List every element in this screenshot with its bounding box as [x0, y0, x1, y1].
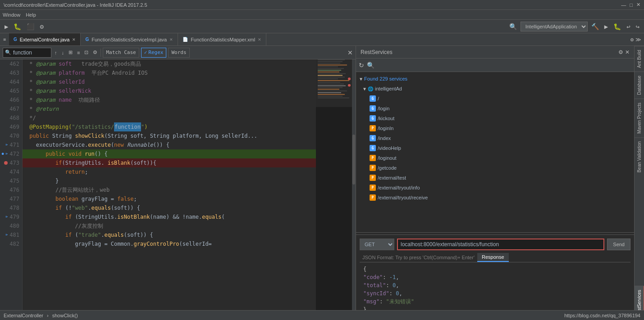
toolbar-settings-icon[interactable]: ⚙: [38, 22, 45, 31]
tab-label-3: FunctionStatisticsMapper.xml: [191, 37, 255, 42]
status-sep: ›: [47, 313, 49, 318]
tab-more-icon[interactable]: ≫: [635, 36, 641, 43]
line-num-466: 466: [3, 95, 19, 104]
code-line-480: //灰度控制: [23, 221, 316, 230]
line-num-477: 477: [3, 194, 19, 203]
line-num-467: 467: [3, 104, 19, 113]
service-item-login[interactable]: G /login: [356, 104, 634, 113]
response-body: { "code": -1, "total": 0, "syncId": 0, "…: [360, 262, 630, 316]
regex-icon: ✓: [144, 50, 147, 55]
code-content[interactable]: * @param soft trade交易，goods商品 * @param p…: [23, 59, 316, 310]
rest-refresh-button[interactable]: ↻: [359, 62, 364, 69]
url-input[interactable]: [398, 241, 603, 248]
tab-function-statistics-mapper[interactable]: 📄 FunctionStatisticsMapper.xml ✕: [178, 33, 266, 45]
toolbar-debug-icon[interactable]: 🐛: [12, 22, 23, 31]
side-tab-maven[interactable]: Maven Projects: [635, 99, 644, 137]
close-button[interactable]: ✕: [636, 2, 640, 8]
regex-option[interactable]: ✓ Regex: [141, 48, 167, 58]
toolbar-vcs-icon[interactable]: ↩: [625, 22, 632, 31]
method-badge-p-tryout-info: P: [370, 185, 376, 191]
tab-close-1[interactable]: ✕: [72, 37, 76, 42]
bookmark-472: ⊳: [5, 149, 8, 158]
response-line-3: "total": 0,: [363, 281, 627, 289]
code-line-477: boolean grayFlag = false;: [23, 194, 316, 203]
line-num-472: ● ⊳ 472: [3, 149, 19, 158]
minimize-button[interactable]: —: [621, 2, 626, 8]
code-line-471: executorService.execute(new Runnable()) …: [23, 140, 316, 149]
line-num-462: 462: [3, 59, 19, 68]
search-input[interactable]: [13, 50, 49, 56]
line-num-463: 463: [3, 68, 19, 77]
search-option1-button[interactable]: ≡: [76, 50, 81, 56]
panel-divider: [356, 232, 634, 233]
search-prev-button[interactable]: ↑: [53, 50, 59, 56]
menu-help[interactable]: Help: [26, 12, 36, 18]
side-tab-database[interactable]: Database: [635, 72, 644, 99]
tree-group-intelligent-ad[interactable]: ▼ 🌐 intelligentAd: [356, 84, 634, 94]
toolbar-vcs2-icon[interactable]: ↪: [634, 22, 641, 31]
side-tabs-spacer: [635, 176, 644, 286]
search-next-button[interactable]: ↓: [60, 50, 66, 56]
menu-window[interactable]: Window: [3, 12, 20, 18]
sidebar-toggle[interactable]: ≡: [0, 33, 9, 45]
toolbar-stop-icon[interactable]: ⬛: [25, 22, 36, 31]
url-input-container: [397, 239, 604, 250]
service-item-external-tryout-info[interactable]: P /external/tryout/info: [356, 183, 634, 193]
tab-settings-icon[interactable]: ⚙: [630, 36, 634, 43]
code-line-465: * @param sellerNick: [23, 86, 316, 95]
tab-icon-1: G: [14, 37, 17, 42]
side-tab-bean-validation[interactable]: Bean Validation: [635, 137, 644, 176]
line-num-475: 475: [3, 176, 19, 185]
toolbar-search-icon[interactable]: 🔍: [507, 22, 519, 31]
search-close-button[interactable]: ✕: [347, 49, 353, 56]
service-item-loginIn[interactable]: P /loginIn: [356, 123, 634, 133]
service-item-external-test[interactable]: P /external/test: [356, 173, 634, 183]
menu-bar: Window Help: [0, 10, 644, 20]
tab-function-statistics-service[interactable]: G FunctionStatisticsServiceImpl.java ✕: [81, 33, 178, 45]
scroll-indicator[interactable]: [352, 59, 356, 310]
run-indicator-472: ●: [2, 149, 4, 158]
maximize-button[interactable]: □: [630, 2, 633, 8]
search-filter-icon[interactable]: ⊞: [67, 49, 74, 56]
search-option2-button[interactable]: ⊡: [83, 49, 90, 56]
service-item-loginout[interactable]: P /loginout: [356, 153, 634, 163]
toolbar-build-icon[interactable]: 🔨: [589, 22, 601, 31]
service-item-index[interactable]: G /index: [356, 133, 634, 143]
match-case-option[interactable]: Match Case: [103, 48, 139, 58]
side-tab-ant-build[interactable]: Ant Build: [635, 46, 644, 72]
toolbar-run2-icon[interactable]: ▶: [603, 22, 610, 31]
tab-icon-2: G: [85, 37, 89, 42]
line-num-479: ⊳ 479: [3, 212, 19, 221]
tab-label-1: ExternalController.java: [20, 37, 70, 42]
service-item-getcode[interactable]: P /getcode: [356, 163, 634, 173]
words-label: Words: [171, 50, 186, 55]
match-case-label: Match Case: [106, 50, 136, 55]
service-item-videoHelp[interactable]: G /videoHelp: [356, 143, 634, 153]
status-url[interactable]: https://blog.csdn.net/qq_37896194: [564, 313, 640, 318]
toolbar-run-icon[interactable]: ▶: [3, 22, 10, 31]
breakpoint-473[interactable]: [4, 161, 8, 165]
http-method-select[interactable]: GET POST PUT DELETE: [360, 239, 394, 250]
svg-point-25: [348, 77, 351, 80]
service-item-external-tryout-receive[interactable]: P /external/tryout/receive: [356, 193, 634, 203]
rest-search-button[interactable]: 🔍: [367, 62, 375, 69]
line-num-468: 468: [3, 113, 19, 122]
app-selector[interactable]: IntelligentAdApplication: [521, 22, 588, 32]
response-tab[interactable]: Response: [477, 253, 509, 262]
tab-close-2[interactable]: ✕: [169, 37, 173, 42]
toolbar-debug2-icon[interactable]: 🐛: [612, 22, 623, 31]
method-badge-g-index: G: [370, 135, 376, 141]
rest-panel-settings[interactable]: ⚙: [618, 49, 623, 55]
tab-close-3[interactable]: ✕: [258, 37, 261, 42]
words-option[interactable]: Words: [168, 48, 189, 58]
method-badge-p-ext-test: P: [370, 175, 376, 181]
rest-panel-title: RestServices: [361, 49, 393, 55]
title-bar: \com\cdt\controller\ExternalController.j…: [0, 0, 644, 10]
rest-panel-collapse[interactable]: ✕: [625, 49, 630, 55]
service-item-root[interactable]: G /: [356, 94, 634, 104]
regex-label: Regex: [148, 50, 163, 55]
search-option3-button[interactable]: ⚙: [91, 49, 99, 56]
tab-external-controller[interactable]: G ExternalController.java ✕: [9, 33, 81, 45]
send-button[interactable]: Send: [607, 239, 630, 250]
service-item-kickout[interactable]: G /kickout: [356, 113, 634, 123]
